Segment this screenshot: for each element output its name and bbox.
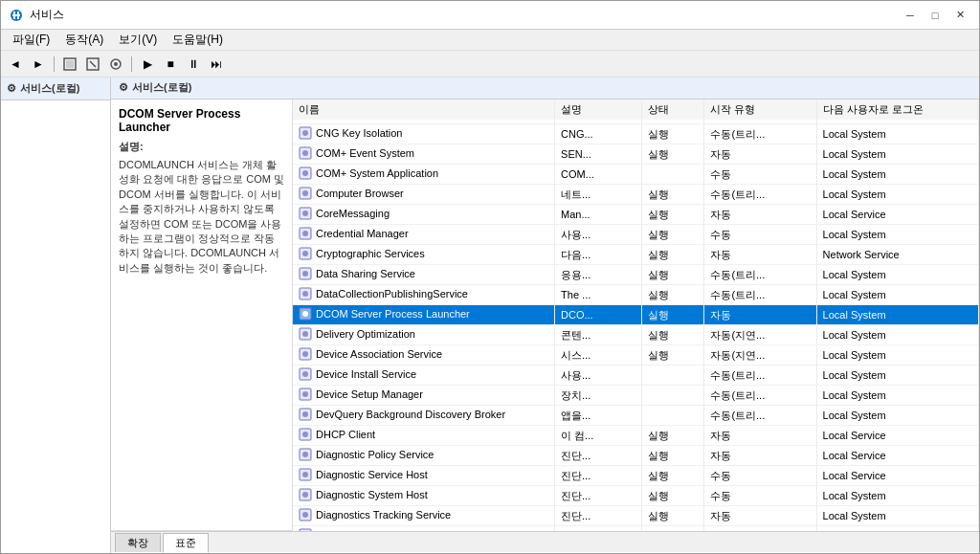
table-row[interactable]: CNG Key Isolation CNG... 실행 수동(트리... Loc… — [293, 124, 979, 144]
cell-service-logon: Local System — [816, 345, 978, 366]
menu-item[interactable]: 보기(V) — [111, 30, 165, 50]
toolbar: ◄ ► ▶ ■ ⏸ ⏭ — [1, 51, 979, 78]
svg-point-55 — [302, 492, 308, 498]
cell-service-logon: Local System — [816, 285, 978, 305]
cell-service-logon: Local System — [816, 386, 978, 406]
cell-service-status: 실행 — [642, 144, 704, 165]
table-row[interactable]: Diagnostic Policy Service 진단... 실행 자동 Lo… — [293, 446, 979, 466]
cell-service-logon: Local System — [816, 124, 978, 144]
table-row[interactable]: DataCollectionPublishingService The ... … — [293, 285, 979, 305]
table-row[interactable]: Diagnostics Tracking Service 진단... 실행 자동… — [293, 506, 979, 526]
cell-service-name: Device Setup Manager — [293, 386, 555, 406]
table-row[interactable]: DHCP Client 이 컴... 실행 자동 Local Service — [293, 426, 979, 446]
table-row[interactable]: Data Sharing Service 응용... 실행 수동(트리... L… — [293, 265, 979, 285]
maximize-button[interactable]: □ — [924, 6, 947, 25]
cell-service-name: Device Install Service — [293, 366, 555, 386]
table-row[interactable]: Computer Browser 네트... 실행 수동(트리... Local… — [293, 185, 979, 205]
cell-service-startup: 수동 — [704, 466, 816, 486]
svg-rect-5 — [66, 60, 74, 68]
cell-service-logon: Local System — [816, 406, 978, 426]
svg-point-25 — [302, 190, 308, 196]
cell-service-status: 실행 — [642, 245, 704, 265]
svg-point-33 — [302, 271, 308, 277]
left-panel-title: 서비스(로컬) — [20, 81, 79, 96]
svg-point-41 — [302, 351, 308, 357]
cell-service-startup: 수동(트리... — [704, 124, 816, 144]
cell-service-name: Cryptographic Services — [293, 245, 555, 265]
toolbar-btn-1[interactable] — [59, 54, 80, 75]
svg-point-45 — [302, 391, 308, 397]
table-row[interactable]: DevQuery Background Discovery Broker 앱을.… — [293, 406, 979, 426]
toolbar-btn-2[interactable] — [82, 54, 103, 75]
cell-service-logon: Local System — [816, 366, 978, 386]
cell-service-logon: Local Service — [816, 205, 978, 225]
table-row[interactable]: Device Install Service 사용... 수동(트리... Lo… — [293, 366, 979, 386]
table-row[interactable]: CoreMessaging Man... 실행 자동 Local Service — [293, 205, 979, 225]
cell-service-status — [642, 366, 704, 386]
right-panel-icon: ⚙ — [119, 81, 128, 94]
toolbar-separator-2 — [131, 56, 132, 72]
play-button[interactable]: ▶ — [137, 54, 158, 75]
title-controls: ─ □ ✕ — [899, 6, 971, 25]
svg-point-23 — [302, 170, 308, 176]
table-row[interactable]: COM+ Event System SEN... 실행 자동 Local Sys… — [293, 144, 979, 165]
table-row[interactable]: COM+ System Application COM... 수동 Local … — [293, 165, 979, 185]
cell-service-status: 실행 — [642, 486, 704, 506]
table-row[interactable]: DCOM Server Process Launcher DCO... 실행 자… — [293, 305, 979, 325]
cell-service-startup: 수동(트리... — [704, 265, 816, 285]
table-row[interactable]: Credential Manager 사용... 실행 수동 Local Sys… — [293, 225, 979, 245]
svg-point-49 — [302, 432, 308, 437]
back-button[interactable]: ◄ — [5, 54, 26, 75]
table-row[interactable]: Diagnostic Service Host 진단... 실행 수동 Loca… — [293, 466, 979, 486]
cell-service-startup: 자동 — [704, 426, 816, 446]
description-label: 설명: — [119, 140, 284, 154]
pause-button[interactable]: ⏸ — [183, 54, 204, 75]
left-panel-icon: ⚙ — [7, 82, 16, 95]
cell-service-status: 실행 — [642, 265, 704, 285]
minimize-button[interactable]: ─ — [899, 6, 922, 25]
cell-service-desc: 앱을... — [555, 406, 642, 426]
close-button[interactable]: ✕ — [948, 6, 971, 25]
cell-service-desc: SEN... — [555, 144, 642, 165]
cell-service-startup: 자동 — [704, 305, 816, 325]
bottom-tab[interactable]: 확장 — [115, 533, 161, 552]
cell-service-name: DHCP Client — [293, 426, 555, 446]
service-name-heading: DCOM Server Process Launcher — [119, 107, 284, 134]
bottom-tab[interactable]: 표준 — [163, 533, 209, 553]
table-row[interactable]: Cryptographic Services 다음... 실행 자동 Netwo… — [293, 245, 979, 265]
cell-service-name: CNG Key Isolation — [293, 124, 555, 144]
app-icon — [9, 8, 24, 23]
col-header-logon[interactable]: 다음 사용자로 로그온 — [816, 100, 978, 121]
table-row[interactable]: Device Setup Manager 장치... 수동(트리... Loca… — [293, 386, 979, 406]
cell-service-desc: 시스... — [555, 345, 642, 366]
cell-service-desc: 이 컴... — [555, 426, 642, 446]
restart-button[interactable]: ⏭ — [206, 54, 227, 75]
col-header-desc[interactable]: 설명 — [555, 100, 642, 121]
table-row[interactable]: Delivery Optimization 콘텐... 실행 자동(지연... … — [293, 325, 979, 345]
svg-point-9 — [114, 62, 118, 66]
menu-item[interactable]: 도움말(H) — [165, 30, 231, 50]
left-panel-header: ⚙ 서비스(로컬) — [1, 78, 110, 100]
menu-item[interactable]: 파일(F) — [5, 30, 57, 50]
col-header-startup[interactable]: 시작 유형 — [704, 100, 816, 121]
svg-point-21 — [302, 150, 308, 156]
svg-point-37 — [302, 311, 308, 317]
stop-button[interactable]: ■ — [160, 54, 181, 75]
table-row[interactable]: Diagnostic System Host 진단... 실행 수동 Local… — [293, 486, 979, 506]
svg-point-35 — [302, 291, 308, 297]
cell-service-desc: 다음... — [555, 245, 642, 265]
cell-service-startup: 수동(트리... — [704, 285, 816, 305]
table-row[interactable]: Device Association Service 시스... 실행 자동(지… — [293, 345, 979, 366]
forward-button[interactable]: ► — [28, 54, 49, 75]
col-header-status[interactable]: 상태 — [642, 100, 704, 121]
menu-item[interactable]: 동작(A) — [57, 30, 111, 50]
cell-service-logon: Local System — [816, 325, 978, 345]
toolbar-btn-3[interactable] — [105, 54, 126, 75]
cell-service-startup: 자동 — [704, 446, 816, 466]
service-table-container[interactable]: 이름 설명 상태 시작 유형 다음 사용자로 로그온 — [293, 100, 979, 531]
svg-point-39 — [302, 331, 308, 337]
main-window: 서비스 ─ □ ✕ 파일(F)동작(A)보기(V)도움말(H) ◄ ► ▶ ■ … — [0, 0, 980, 554]
cell-service-desc: 응용... — [555, 265, 642, 285]
col-header-name[interactable]: 이름 — [293, 100, 555, 121]
service-table-body: CDPSvc CDP... 수동 Local Service Certifica… — [293, 100, 979, 531]
